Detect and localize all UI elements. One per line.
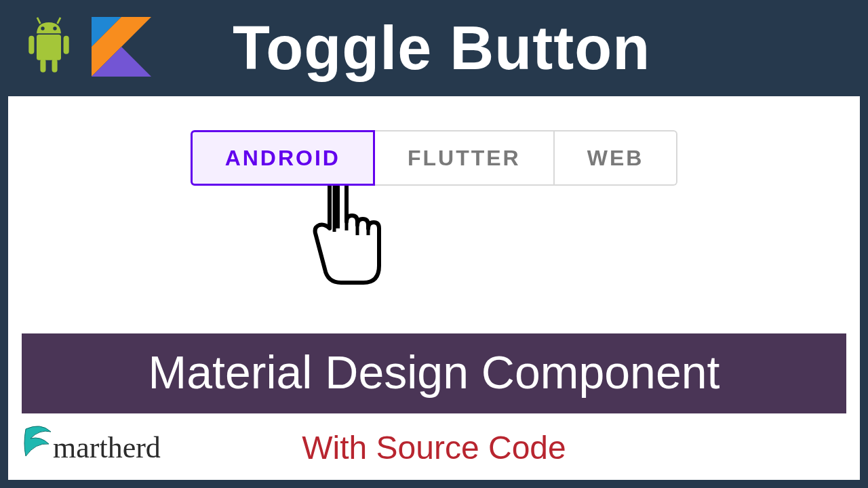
kotlin-icon (92, 17, 151, 79)
svg-rect-0 (37, 35, 61, 60)
subtitle-text: Material Design Component (149, 346, 720, 398)
pointer-cursor-icon (292, 171, 394, 302)
brand-text: martherd (53, 430, 161, 465)
svg-point-7 (41, 26, 44, 30)
source-code-label: With Source Code (302, 429, 566, 466)
toggle-option-label: WEB (587, 146, 644, 171)
svg-rect-4 (52, 59, 58, 73)
header-icons (18, 13, 151, 83)
toggle-option-flutter[interactable]: FLUTTER (375, 130, 555, 186)
toggle-option-android[interactable]: ANDROID (191, 130, 375, 186)
svg-line-5 (37, 18, 41, 24)
main-content: ANDROID FLUTTER WEB Material Design Comp… (8, 96, 860, 480)
footer: martherd With Source Code (8, 415, 860, 480)
page-title: Toggle Button (233, 14, 650, 83)
svg-point-8 (53, 26, 56, 30)
subtitle-bar: Material Design Component (22, 333, 846, 413)
svg-rect-2 (64, 36, 69, 54)
svg-rect-1 (28, 36, 34, 54)
toggle-option-label: FLUTTER (408, 146, 521, 171)
toggle-button-group: ANDROID FLUTTER WEB (191, 130, 678, 186)
toggle-demo-area: ANDROID FLUTTER WEB (191, 130, 678, 186)
toggle-option-label: ANDROID (225, 146, 340, 171)
toggle-option-web[interactable]: WEB (555, 130, 678, 186)
brand-logo: martherd (20, 424, 161, 472)
svg-rect-3 (40, 59, 45, 73)
android-icon (18, 13, 79, 83)
smartherd-logo-icon (20, 424, 53, 472)
header-bar: Toggle Button (8, 8, 860, 96)
svg-line-6 (58, 18, 61, 24)
